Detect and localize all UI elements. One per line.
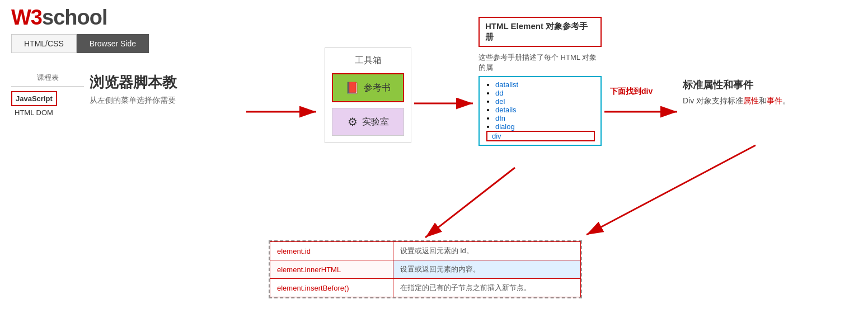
gear-icon: ⚙: [348, 115, 358, 129]
toolbox-title: 工具箱: [332, 55, 404, 66]
sidebar-item-javascript[interactable]: JavaScript: [11, 91, 57, 106]
list-item-details[interactable]: details: [495, 106, 595, 114]
table-row-3: element.insertBefore() 在指定的已有的子节点之前插入新节点…: [270, 279, 581, 297]
standards-text-prefix: Div 对象支持标准: [683, 96, 743, 105]
link-dfn[interactable]: dfn: [495, 114, 505, 122]
link-dialog[interactable]: dialog: [495, 122, 515, 131]
main-content: 浏览器脚本教 从左侧的菜单选择你需要: [90, 73, 177, 106]
book-icon: 📕: [345, 81, 359, 94]
bottom-table: element.id 设置或返回元素的 id。 element.innerHTM…: [269, 240, 582, 298]
toolbox: 工具箱 📕 参考书 ⚙ 实验室: [325, 48, 411, 143]
list-item-datalist[interactable]: datalist: [495, 80, 595, 89]
table-cell-property-2[interactable]: element.innerHTML: [270, 260, 393, 279]
toolbox-item-lab[interactable]: ⚙ 实验室: [332, 108, 404, 136]
standards-box: 标准属性和事件 Div 对象支持标准属性和事件。: [683, 78, 817, 106]
tab-browser-side[interactable]: Browser Side: [77, 34, 149, 53]
table-row-2: element.innerHTML 设置或返回元素的内容。: [270, 260, 581, 279]
standards-text-period: 。: [782, 96, 790, 105]
list-item-del[interactable]: del: [495, 97, 595, 106]
table-cell-property-1[interactable]: element.id: [270, 242, 393, 260]
list-item-dd[interactable]: dd: [495, 89, 595, 97]
annotation-find-div: 下面找到div: [610, 87, 653, 97]
toolbox-item-book-label: 参考书: [364, 82, 391, 94]
svg-line-4: [587, 145, 756, 235]
table-cell-desc-1: 设置或返回元素的 id。: [393, 242, 581, 260]
standards-link-event[interactable]: 事件: [767, 96, 782, 105]
table-cell-desc-2: 设置或返回元素的内容。: [393, 260, 581, 279]
list-item-dfn[interactable]: dfn: [495, 114, 595, 122]
sidebar-title: 课程表: [11, 73, 84, 87]
table-cell-desc-3: 在指定的已有的子节点之前插入新节点。: [393, 279, 581, 297]
table-row-1: element.id 设置或返回元素的 id。: [270, 242, 581, 260]
link-datalist[interactable]: datalist: [495, 80, 518, 89]
link-dd[interactable]: dd: [495, 89, 503, 97]
standards-text: Div 对象支持标准属性和事件。: [683, 96, 817, 106]
link-details[interactable]: details: [495, 106, 517, 114]
standards-text-and: 和: [759, 96, 767, 105]
link-del[interactable]: del: [495, 97, 505, 106]
ref-panel-title: HTML Element 对象参考手册: [478, 17, 602, 47]
list-item-div[interactable]: div: [486, 131, 595, 141]
sidebar-item-htmldom[interactable]: HTML DOM: [11, 106, 84, 119]
table-cell-property-3[interactable]: element.insertBefore(): [270, 279, 393, 297]
standards-title: 标准属性和事件: [683, 78, 817, 92]
toolbox-item-book[interactable]: 📕 参考书: [332, 73, 404, 102]
toolbox-item-lab-label: 实验室: [362, 116, 389, 128]
ref-panel-desc: 这些参考手册描述了每个 HTML 对象的属: [478, 50, 602, 76]
tab-html-css[interactable]: HTML/CSS: [11, 34, 77, 53]
main-title: 浏览器脚本教: [90, 73, 177, 92]
logo-school: school: [42, 6, 107, 29]
main-subtitle: 从左侧的菜单选择你需要: [90, 96, 177, 106]
standards-link-attr[interactable]: 属性: [743, 96, 759, 105]
logo-w3: W3: [11, 6, 42, 29]
link-div[interactable]: div: [492, 132, 501, 140]
logo: W3school: [11, 6, 107, 30]
sidebar: 课程表 JavaScript HTML DOM: [11, 73, 84, 119]
svg-line-5: [425, 168, 515, 238]
list-item-dialog[interactable]: dialog: [495, 122, 595, 131]
